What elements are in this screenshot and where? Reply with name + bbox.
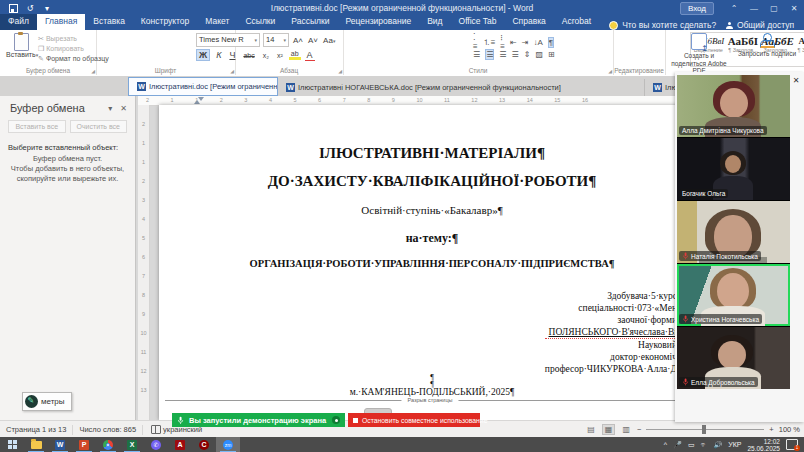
paste-button[interactable]: Вставить▾ — [6, 33, 36, 67]
zoom-in-icon[interactable]: + — [769, 425, 773, 434]
doc-degree-line[interactable]: Освітній·ступінь·«Бакалавр»¶ — [165, 204, 699, 216]
zoom-slider-thumb[interactable] — [702, 425, 706, 434]
dialog-launcher-icon[interactable]: ◢ — [338, 68, 342, 74]
tray-volume-icon[interactable]: 🔊 — [714, 441, 723, 449]
page-indicator[interactable]: Страница 1 из 13 — [6, 425, 66, 434]
paste-all-button[interactable]: Вставить все — [8, 120, 66, 133]
word-count[interactable]: Число слов: 865 — [79, 425, 136, 434]
annotation-tooltip[interactable]: метры — [22, 392, 72, 411]
doc-theme-label[interactable]: на·тему:¶ — [165, 231, 699, 246]
group-editing: Найти ▾ abЗаменить ▷Выделить ▾ Редактиро… — [613, 30, 666, 75]
tray-expand-icon[interactable]: ^ — [664, 441, 667, 448]
hanging-indent-marker[interactable] — [194, 100, 200, 104]
taskbar-zoom-icon[interactable]: zm — [216, 437, 240, 452]
taskbar-excel-icon[interactable]: X — [120, 437, 144, 452]
vertical-ruler[interactable]: 2 1 1 2 3 4 5 6 7 8 9 10 11 12 13 — [138, 105, 150, 420]
minimize-button[interactable]: — — [744, 0, 764, 16]
participant-video-5[interactable]: Елла Добровольська — [677, 327, 790, 389]
ribbon-tab-row: Файл Главная Вставка Конструктор Макет С… — [0, 16, 804, 30]
dialog-launcher-icon[interactable]: ◢ — [608, 68, 612, 74]
stop-icon — [353, 418, 358, 423]
tab-home[interactable]: Главная — [37, 14, 85, 30]
tab-view[interactable]: Вид — [419, 14, 450, 30]
save-icon[interactable] — [8, 3, 18, 13]
clear-all-button[interactable]: Очистить все — [70, 120, 128, 133]
close-icon[interactable]: ✕ — [791, 76, 801, 86]
group-acrobat: Создать и поделиться Adobe PDF Запросить… — [665, 30, 804, 75]
dialog-launcher-icon[interactable]: ◢ — [91, 68, 95, 74]
sign-in-button[interactable]: Вход — [680, 2, 714, 15]
print-layout-icon[interactable]: ▦ — [602, 424, 616, 435]
taskbar-word-icon[interactable]: W — [48, 437, 72, 452]
tab-office-tab[interactable]: Office Tab — [451, 14, 505, 30]
tray-mic-icon[interactable]: 🎤 — [673, 441, 682, 449]
doc-author-block[interactable]: Здобувача·5·курс спеціальності·073·«Мен … — [545, 290, 677, 375]
participant-video-4[interactable]: Христина Ногачевська — [677, 264, 790, 326]
participant-video-2[interactable]: Богачик Ольга — [677, 138, 790, 200]
bold-button[interactable]: Ж — [196, 49, 210, 61]
tab-acrobat[interactable]: Acrobat — [554, 14, 599, 30]
tab-design[interactable]: Конструктор — [133, 14, 197, 30]
italic-button[interactable]: К — [214, 50, 223, 60]
tray-language[interactable]: УКР — [728, 441, 741, 448]
tab-review[interactable]: Рецензирование — [337, 14, 419, 30]
customize-qat-icon[interactable]: ▾ — [42, 3, 52, 13]
participant-name: Алла Дмитрівна Чикуркова — [679, 126, 767, 135]
participant-video-1[interactable]: Алла Дмитрівна Чикуркова — [677, 75, 790, 137]
pane-close-icon[interactable]: ✕ — [120, 104, 127, 113]
participant-strip: Алла Дмитрівна Чикуркова Богачик Ольга Н… — [677, 75, 790, 389]
taskbar-explorer-icon[interactable] — [24, 437, 48, 452]
action-center-icon[interactable] — [786, 439, 798, 450]
tab-references[interactable]: Ссылки — [237, 14, 283, 30]
doc-title-line-1[interactable]: ІЛЮСТРАТИВНІ·МАТЕРІАЛИ¶ — [165, 145, 699, 162]
sharing-status-text: Вы запустили демонстрацию экрана — [189, 416, 326, 425]
doc-title-line-2[interactable]: ДО·ЗАХИСТУ·КВАЛІФІКАЦІЙНОЇ·РОБОТИ¶ — [165, 173, 699, 190]
start-button[interactable] — [0, 437, 24, 452]
taskbar-powerpoint-icon[interactable]: P — [72, 437, 96, 452]
tray-network-icon[interactable]: ᯤ — [701, 441, 708, 448]
ribbon-display-options-icon[interactable]: ⌃ — [724, 0, 744, 16]
clipboard-hint: Выберите вставленный объект: — [0, 135, 135, 154]
document-page[interactable]: ІЛЮСТРАТИВНІ·МАТЕРІАЛИ¶ ДО·ЗАХИСТУ·КВАЛІ… — [159, 105, 705, 420]
undo-icon[interactable]: ↺ — [25, 3, 35, 13]
signature-icon — [760, 33, 774, 48]
taskbar-c-app-icon[interactable]: C — [192, 437, 216, 452]
word-doc-icon: W — [286, 83, 295, 92]
tab-mailings[interactable]: Рассылки — [283, 14, 337, 30]
taskbar-viber-icon[interactable]: ✆ — [144, 437, 168, 452]
taskbar-clock[interactable]: 12:0225.06.2025 — [747, 438, 780, 452]
doc-theme-line[interactable]: ОРГАНІЗАЦІЯ·РОБОТИ·УПРАВЛІННЯ·ПЕРСОНАЛУ·… — [165, 258, 699, 269]
zoom-video-panel: ✕ Алла Дмитрівна Чикуркова Богачик Ольга — [675, 72, 804, 422]
taskbar-acrobat-icon[interactable]: A — [168, 437, 192, 452]
dialog-launcher-icon[interactable]: ◢ — [230, 68, 234, 74]
tell-me-box[interactable]: Что вы хотите сделать? — [609, 20, 716, 30]
doc-tab-1[interactable]: W Ілюстративні.doc [Режим ограниченной ф… — [128, 77, 278, 96]
tray-battery-icon[interactable]: ▭ — [688, 441, 695, 449]
close-button[interactable]: ✕ — [784, 0, 804, 16]
hide-banner-icon[interactable] — [332, 416, 340, 424]
tab-insert[interactable]: Вставка — [85, 14, 133, 30]
zoom-out-icon[interactable]: − — [637, 425, 641, 434]
web-layout-icon[interactable]: ▥ — [620, 425, 632, 434]
pane-dropdown-icon[interactable]: ▾ — [108, 104, 112, 113]
editing-group-label: Редактирование — [613, 67, 665, 74]
maximize-button[interactable]: ▢ — [764, 0, 784, 16]
stop-share-button[interactable]: Остановить совместное использование — [348, 413, 480, 427]
screen-share-banner[interactable]: Вы запустили демонстрацию экрана — [172, 413, 345, 427]
doc-tab-2[interactable]: W Ілюстративні НОГАЧЕВСЬКА.doc [Режим ог… — [278, 79, 645, 96]
create-share-pdf-button[interactable]: Создать и поделиться Adobe PDF — [667, 33, 731, 75]
tab-layout[interactable]: Макет — [197, 14, 237, 30]
proofing-icon[interactable] — [151, 425, 161, 434]
page-break-divider: Разрыв страницы — [165, 400, 695, 401]
zoom-slider[interactable] — [646, 429, 764, 430]
request-signatures-button[interactable]: Запросить подписи — [735, 33, 799, 58]
zoom-level[interactable]: 100 % — [779, 425, 800, 434]
word-doc-icon: W — [653, 83, 662, 92]
read-mode-icon[interactable]: ▤ — [585, 425, 597, 434]
share-button[interactable]: Общий доступ — [726, 20, 794, 30]
participant-video-3[interactable]: Наталія Покотильська — [677, 201, 790, 263]
doc-city-line[interactable]: м.·КАМ'ЯНЕЦЬ-ПОДІЛЬСЬКИЙ,·2025¶ — [165, 387, 699, 397]
tab-file[interactable]: Файл — [0, 14, 37, 30]
taskbar-chrome-icon[interactable] — [96, 437, 120, 452]
tab-help[interactable]: Справка — [504, 14, 553, 30]
